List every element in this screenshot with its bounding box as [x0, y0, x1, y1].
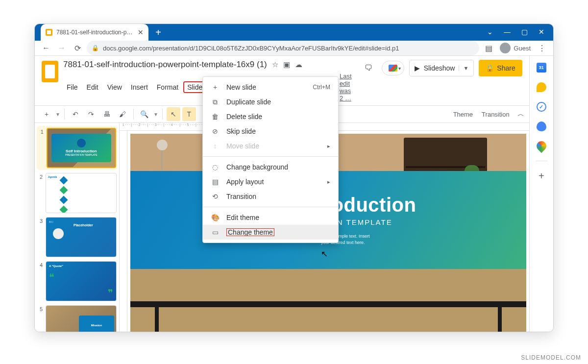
menu-apply-layout[interactable]: ▤Apply layout▸ [203, 174, 338, 189]
menu-delete-label: Delete slide [226, 113, 262, 121]
close-window-icon[interactable]: ✕ [539, 28, 544, 36]
thumb-1-title: Self Introduction [66, 149, 97, 153]
thumb-3-ph: Placeholder [74, 223, 93, 227]
menu-move-label: Move slide [226, 142, 259, 150]
move-icon: ↕ [211, 142, 220, 150]
print-button[interactable]: 🖶 [100, 107, 114, 121]
thumb-1[interactable]: 1 Self IntroductionPRESENTATION TEMPLATE [37, 126, 117, 170]
menu-skip-slide[interactable]: ⊘Skip slide [203, 124, 338, 139]
menu-insert[interactable]: Insert [127, 82, 151, 93]
thumb-5[interactable]: 5 Mission [37, 305, 117, 332]
share-label: Share [497, 64, 515, 72]
star-icon[interactable]: ☆ [272, 60, 278, 69]
redo-button[interactable]: ↷ [84, 107, 98, 121]
zoom-button[interactable]: 🔍 [138, 107, 151, 121]
menu-skip-label: Skip slide [226, 127, 256, 135]
meet-button[interactable] [382, 61, 404, 75]
zoom-dropdown-icon[interactable]: ▼ [153, 112, 158, 117]
lamp-graphic [154, 140, 171, 174]
reading-list-icon[interactable]: ▤ [482, 42, 495, 54]
browser-tab[interactable]: 7881-01-self-introduction-powe ✕ [41, 24, 148, 41]
transition-icon: ⟲ [211, 193, 220, 200]
lock-icon: 🔒 [486, 64, 494, 72]
thumb-number: 4 [37, 261, 43, 301]
maximize-icon[interactable]: ▢ [521, 28, 528, 36]
thumb-number: 3 [37, 217, 43, 257]
new-slide-button[interactable]: + [40, 107, 53, 121]
tab-title: 7881-01-self-introduction-powe [56, 29, 134, 36]
slides-favicon [46, 29, 52, 36]
maps-icon[interactable] [535, 139, 548, 153]
vertical-ruler [120, 131, 127, 332]
slideshow-button[interactable]: ▶ Slideshow ▼ [409, 60, 474, 76]
tasks-icon[interactable] [537, 102, 546, 112]
add-on-icon[interactable]: + [537, 171, 546, 181]
keep-icon[interactable] [537, 82, 546, 92]
palette-icon: 🎨 [211, 214, 220, 221]
menu-change-bg-label: Change background [226, 163, 288, 171]
back-icon[interactable]: ← [40, 42, 52, 54]
plus-icon: + [211, 83, 220, 91]
menu-format[interactable]: Format [153, 82, 182, 93]
side-panel: + › [529, 56, 553, 332]
close-tab-icon[interactable]: ✕ [138, 28, 144, 36]
theme-icon: ▭ [211, 228, 220, 236]
menu-transition[interactable]: ⟲Transition [203, 189, 338, 204]
menu-edit[interactable]: Edit [83, 82, 102, 93]
lock-icon: 🔒 [92, 45, 99, 51]
last-edit-link[interactable]: Last edit was 2 … [336, 71, 355, 103]
menu-new-slide[interactable]: +New slideCtrl+M [203, 80, 338, 95]
chair-graphic [320, 332, 355, 332]
reload-icon[interactable]: ⟳ [71, 42, 84, 54]
avatar-icon [500, 43, 511, 53]
select-tool[interactable]: ↖ [167, 107, 180, 121]
kebab-menu-icon[interactable]: ⋮ [536, 42, 548, 54]
play-icon: ▶ [415, 64, 420, 72]
thumb-3[interactable]: 3 BIOPlaceholder [37, 217, 117, 257]
thumb-4-label: A "Quote" [49, 265, 63, 267]
thumb-number: 1 [38, 128, 44, 168]
new-slide-dropdown-icon[interactable]: ▼ [55, 112, 60, 117]
menu-edit-theme[interactable]: 🎨Edit theme [203, 210, 338, 225]
menu-change-background[interactable]: ◌Change background [203, 160, 338, 174]
paint-format-button[interactable]: 🖌 [116, 107, 129, 121]
thumb-2[interactable]: 2 Agenda [37, 173, 117, 213]
comments-icon[interactable]: 🗨 [360, 60, 377, 76]
menu-transition-label: Transition [226, 193, 256, 200]
menu-view[interactable]: View [104, 82, 125, 93]
textbox-tool[interactable]: T [182, 107, 196, 121]
contacts-icon[interactable] [537, 121, 546, 131]
thumb-number: 5 [37, 305, 43, 332]
url-text: docs.google.com/presentation/d/1D9CiL08o… [103, 45, 399, 52]
slides-logo-icon[interactable] [42, 61, 58, 82]
collapse-right-icon[interactable]: ︿ [517, 110, 524, 119]
thumb-4[interactable]: 4 A "Quote"❝❞ [37, 261, 117, 301]
share-button[interactable]: 🔒 Share [479, 60, 522, 76]
thumb-3-label: BIO [49, 220, 53, 223]
menu-change-theme[interactable]: ▭Change theme [203, 225, 338, 240]
slideshow-dropdown-icon[interactable]: ▼ [459, 65, 468, 71]
transition-button[interactable]: Transition [482, 111, 510, 118]
drop-icon: ◌ [211, 163, 220, 171]
profile-chip[interactable]: Guest [500, 43, 531, 53]
watermark-text: SLIDEMODEL.COM [521, 354, 581, 361]
thumb-2-label: Agenda [48, 175, 57, 178]
menu-file[interactable]: File [63, 82, 81, 93]
submenu-arrow-icon: ▸ [327, 179, 330, 185]
move-icon[interactable]: ▣ [283, 60, 290, 69]
cloud-icon[interactable]: ☁ [295, 60, 302, 69]
new-tab-button[interactable]: + [151, 25, 165, 39]
undo-button[interactable]: ↶ [69, 107, 82, 121]
forward-icon[interactable]: → [55, 42, 68, 54]
calendar-icon[interactable] [537, 63, 546, 73]
theme-button[interactable]: Theme [453, 111, 473, 118]
minimize-icon[interactable]: — [504, 28, 511, 36]
menu-edit-theme-label: Edit theme [226, 214, 259, 221]
menu-duplicate-slide[interactable]: ⧉Duplicate slide [203, 95, 338, 109]
doc-title[interactable]: 7881-01-self-introduction-powerpoint-tem… [63, 60, 267, 70]
omnibox[interactable]: 🔒 docs.google.com/presentation/d/1D9CiL0… [87, 41, 479, 55]
skip-icon: ⊘ [211, 127, 220, 135]
chevron-down-icon[interactable]: ⌄ [487, 28, 493, 36]
menu-new-slide-label: New slide [226, 83, 256, 91]
menu-delete-slide[interactable]: 🗑Delete slide [203, 109, 338, 124]
